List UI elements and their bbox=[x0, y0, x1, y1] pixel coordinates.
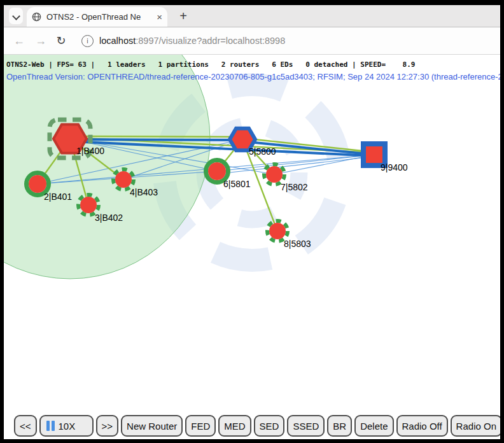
toolbar-button-fed[interactable]: FED bbox=[185, 415, 216, 437]
tab-otns2[interactable]: OTNS2 - OpenThread Ne × bbox=[27, 7, 167, 27]
link-1-5 bbox=[70, 139, 242, 140]
link-1-5 bbox=[70, 136, 242, 137]
tab-strip: OTNS2 - OpenThread Ne × + bbox=[4, 5, 500, 27]
toolbar-button-label: >> bbox=[102, 421, 113, 432]
link-6-9 bbox=[217, 155, 374, 171]
toolbar-button-radio-off[interactable]: Radio Off bbox=[396, 415, 448, 437]
browser-window: OTNS2 - OpenThread Ne × + ← → ↻ i localh… bbox=[4, 5, 500, 439]
version-line: OpenThread Version: OPENTHREAD/thread-re… bbox=[6, 72, 500, 81]
node-label: 6|5801 bbox=[223, 179, 251, 189]
link-7-9 bbox=[274, 155, 374, 174]
url-bar: ← → ↻ i localhost:8997/visualize?addr=lo… bbox=[4, 27, 500, 55]
tab-title: OTNS2 - OpenThread Ne bbox=[46, 12, 147, 22]
back-icon[interactable]: ← bbox=[13, 34, 25, 48]
toolbar-button-speed[interactable]: 10X bbox=[39, 415, 94, 437]
toolbar-button-new-router[interactable]: New Router bbox=[121, 415, 183, 437]
toolbar-button-radio-on[interactable]: Radio On bbox=[451, 415, 500, 437]
chevron-down-icon bbox=[12, 12, 20, 20]
toolbar-button-step-forward[interactable]: >> bbox=[96, 415, 119, 437]
reload-icon[interactable]: ↻ bbox=[55, 34, 67, 48]
node-label: 1|B400 bbox=[76, 146, 104, 156]
node-label: 4|B403 bbox=[130, 187, 158, 197]
toolbar-button-ssed[interactable]: SSED bbox=[287, 415, 325, 437]
toolbar-button-br[interactable]: BR bbox=[327, 415, 352, 437]
toolbar-button-delete[interactable]: Delete bbox=[354, 415, 393, 437]
pause-icon bbox=[46, 421, 55, 431]
tab-close-icon[interactable]: × bbox=[157, 12, 162, 22]
node-label: 9|9400 bbox=[381, 162, 408, 172]
url-rest: :8997/visualize?addr=localhost:8998 bbox=[136, 36, 285, 46]
toolbar-button-label: BR bbox=[333, 421, 346, 432]
simulation-canvas[interactable]: OTNS2-Web | FPS= 63 | 1 leaders 1 partit… bbox=[4, 55, 500, 412]
toolbar-button-label: New Router bbox=[127, 421, 177, 432]
network-svg[interactable]: 1|B4002|B4013|B4024|B4035|58006|58017|58… bbox=[4, 55, 500, 412]
toolbar-button-label: MED bbox=[224, 421, 245, 432]
node-label: 8|5803 bbox=[284, 239, 311, 249]
toolbar-button-step-back[interactable]: << bbox=[14, 415, 37, 437]
toolbar-button-label: << bbox=[20, 421, 31, 432]
site-info-icon[interactable]: i bbox=[81, 35, 94, 47]
toolbar-button-label: Radio Off bbox=[402, 421, 442, 432]
node-label: 3|B402 bbox=[95, 213, 123, 223]
address-field[interactable]: localhost:8997/visualize?addr=localhost:… bbox=[99, 36, 285, 46]
toolbar-button-label: SSED bbox=[293, 421, 319, 432]
tab-search-button[interactable] bbox=[9, 8, 23, 24]
node-label: 7|5802 bbox=[281, 182, 308, 192]
globe-icon bbox=[32, 12, 41, 22]
toolbar-button-med[interactable]: MED bbox=[218, 415, 251, 437]
toolbar-button-label: Radio On bbox=[456, 421, 496, 432]
toolbar-button-label: Delete bbox=[360, 421, 388, 432]
toolbar-button-label: 10X bbox=[59, 421, 76, 432]
toolbar-button-sed[interactable]: SED bbox=[254, 415, 285, 437]
node-label: 2|B401 bbox=[44, 192, 72, 202]
toolbar-button-label: FED bbox=[191, 421, 210, 432]
node-9-9400[interactable]: 9|9400 bbox=[363, 144, 408, 172]
url-host: localhost bbox=[99, 36, 136, 46]
new-tab-button[interactable]: + bbox=[176, 8, 191, 24]
toolbar-button-label: SED bbox=[260, 421, 279, 432]
forward-icon[interactable]: → bbox=[34, 34, 47, 48]
status-line: OTNS2-Web | FPS= 63 | 1 leaders 1 partit… bbox=[6, 60, 415, 69]
bottom-toolbar: <<10X>>New RouterFEDMEDSEDSSEDBRDeleteRa… bbox=[4, 412, 500, 439]
node-label: 5|5800 bbox=[249, 146, 276, 157]
